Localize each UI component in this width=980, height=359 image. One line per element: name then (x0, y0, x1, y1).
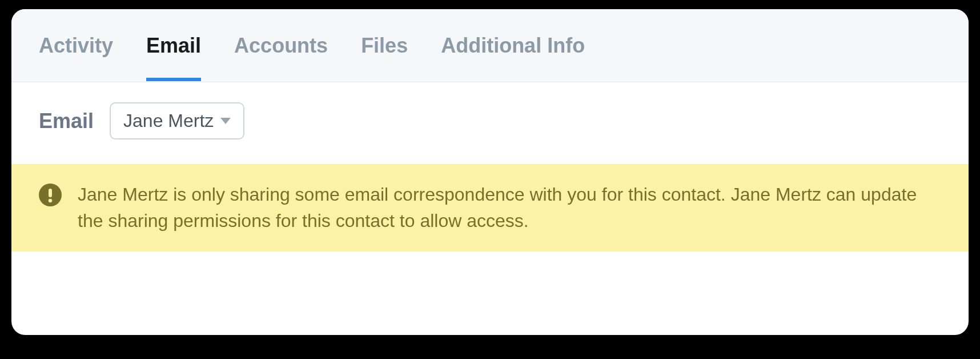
notice-text: Jane Mertz is only sharing some email co… (78, 181, 941, 234)
warning-icon (39, 184, 62, 206)
chevron-down-icon (220, 118, 231, 124)
svg-rect-1 (49, 189, 52, 197)
section-title: Email (39, 109, 94, 133)
tab-accounts[interactable]: Accounts (234, 11, 328, 81)
tab-activity[interactable]: Activity (39, 11, 113, 81)
tab-email[interactable]: Email (146, 11, 201, 81)
section-header: Email Jane Mertz (11, 82, 969, 159)
card-container: Activity Email Accounts Files Additional… (11, 9, 969, 335)
dropdown-selected-label: Jane Mertz (123, 110, 214, 131)
user-dropdown[interactable]: Jane Mertz (110, 102, 244, 139)
tab-additional-info[interactable]: Additional Info (441, 11, 585, 81)
sharing-notice: Jane Mertz is only sharing some email co… (11, 164, 969, 252)
tab-bar: Activity Email Accounts Files Additional… (11, 9, 969, 82)
svg-point-2 (49, 199, 52, 202)
tab-files[interactable]: Files (361, 11, 408, 81)
